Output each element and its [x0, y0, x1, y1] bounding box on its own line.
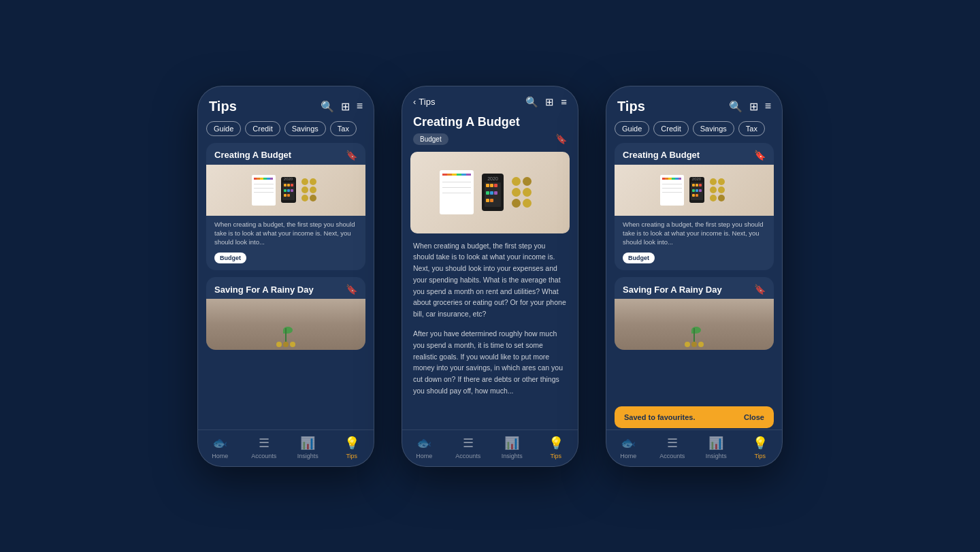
accounts-icon-1: ☰ [259, 436, 270, 451]
article-badge-1: Budget [214, 253, 246, 263]
article-image-3a: 2020 [615, 165, 774, 216]
coins-deco-3 [710, 178, 729, 201]
bottom-nav-3: 🐟 Home ☰ Accounts 📊 Insights 💡 Tips [606, 429, 782, 466]
nav-home-1[interactable]: 🐟 Home [198, 436, 242, 459]
search-icon-3[interactable]: 🔍 [729, 100, 742, 113]
bookmark-list-icon-2[interactable]: ⊞ [545, 96, 554, 108]
nav-accounts-3[interactable]: ☰ Accounts [651, 436, 695, 459]
phone-screen-large [485, 182, 501, 207]
article-text-1: When creating a budget, the first step y… [206, 216, 365, 251]
toast-text-3: Saved to favourites. [624, 413, 696, 421]
coins-pile [276, 342, 295, 347]
tips-icon-3: 💡 [753, 436, 768, 451]
search-icon-2[interactable]: 🔍 [525, 96, 538, 108]
nav-accounts-label-2: Accounts [455, 453, 480, 459]
coins-pile-3 [685, 342, 704, 347]
nav-home-2[interactable]: 🐟 Home [402, 436, 446, 459]
article-card-header-3a: Creating A Budget 🔖 [615, 143, 774, 165]
nav-tips-label-1: Tips [346, 453, 357, 459]
accounts-icon-2: ☰ [463, 436, 474, 451]
detail-article-title-2: Creating A Budget [413, 115, 567, 129]
coins-decoration [301, 178, 321, 201]
plant-decoration [276, 327, 295, 347]
article-card-budget-3[interactable]: Creating A Budget 🔖 [615, 143, 774, 271]
bottom-nav-1: 🐟 Home ☰ Accounts 📊 Insights 💡 Tips [198, 429, 374, 466]
phone-2: ‹ Tips 🔍 ⊞ ≡ Creating A Budget Budget 🔖 [402, 86, 578, 467]
bookmark-icon-3a[interactable]: 🔖 [754, 150, 766, 161]
page-title-1: Tips [209, 99, 237, 114]
filter-savings-1[interactable]: Savings [284, 121, 326, 136]
plant-stem-3 [693, 328, 695, 342]
filter-guide-1[interactable]: Guide [206, 121, 241, 136]
article-card-header-2: Saving For A Rainy Day 🔖 [206, 277, 365, 299]
filter-tabs-1: Guide Credit Savings Tax [198, 121, 374, 143]
coins-deco-2 [512, 177, 540, 208]
nav-tips-2[interactable]: 💡 Tips [534, 436, 578, 459]
filter-tax-1[interactable]: Tax [330, 121, 357, 136]
plant-stem [285, 328, 287, 342]
nav-tips-label-2: Tips [550, 453, 561, 459]
filter-tabs-3: Guide Credit Savings Tax [606, 121, 782, 143]
filter-savings-3[interactable]: Savings [693, 121, 734, 136]
article-card-header-3b: Saving For A Rainy Day 🔖 [615, 277, 774, 299]
article-image-1: 2020 [206, 165, 365, 216]
article-title-2: Saving For A Rainy Day [214, 285, 314, 295]
rainy-image-1 [206, 299, 365, 350]
nav-insights-3[interactable]: 📊 Insights [694, 436, 738, 459]
notebook-deco-2 [440, 170, 474, 214]
bookmark-icon-2[interactable]: 🔖 [346, 284, 357, 295]
article-card-budget-1[interactable]: Creating A Budget 🔖 [206, 143, 365, 271]
insights-icon-2: 📊 [504, 436, 519, 451]
detail-header-icons-2: 🔍 ⊞ ≡ [525, 96, 567, 108]
header-1: Tips 🔍 ⊞ ≡ [198, 86, 374, 121]
nav-insights-label-2: Insights [502, 453, 523, 459]
article-card-rainy-1[interactable]: Saving For A Rainy Day 🔖 [206, 277, 365, 350]
article-list-3: Creating A Budget 🔖 [606, 143, 782, 429]
back-button-2[interactable]: ‹ Tips [413, 97, 435, 107]
menu-icon-2[interactable]: ≡ [561, 96, 567, 108]
nav-insights-label-1: Insights [297, 453, 318, 459]
filter-guide-3[interactable]: Guide [615, 121, 649, 136]
article-image-2 [206, 299, 365, 350]
insights-icon-1: 📊 [300, 436, 315, 451]
nav-tips-1[interactable]: 💡 Tips [330, 436, 374, 459]
nav-insights-2[interactable]: 📊 Insights [490, 436, 534, 459]
bookmark-icon-3b[interactable]: 🔖 [754, 284, 766, 295]
header-icons-3: 🔍 ⊞ ≡ [729, 100, 771, 113]
budget-image-3: 2020 [615, 165, 774, 216]
nav-home-3[interactable]: 🐟 Home [606, 436, 651, 459]
phone-screen-3 [691, 182, 703, 200]
saved-toast-3: Saved to favourites. Close [615, 406, 774, 428]
toast-close-button-3[interactable]: Close [744, 413, 764, 421]
bookmark-icon-1[interactable]: 🔖 [346, 150, 357, 161]
menu-icon-1[interactable]: ≡ [357, 100, 363, 112]
nav-tips-3[interactable]: 💡 Tips [738, 436, 783, 459]
phone-deco-2: 2020 [482, 174, 504, 211]
article-card-rainy-3[interactable]: Saving For A Rainy Day 🔖 [615, 277, 774, 350]
menu-icon-3[interactable]: ≡ [765, 100, 771, 112]
bookmark-list-icon-1[interactable]: ⊞ [341, 100, 350, 113]
page-title-3: Tips [617, 99, 645, 114]
filter-tax-3[interactable]: Tax [738, 121, 765, 136]
article-list-1: Creating A Budget 🔖 [198, 143, 374, 429]
filter-credit-1[interactable]: Credit [245, 121, 280, 136]
nav-accounts-label-3: Accounts [659, 453, 685, 459]
rainy-image-3 [615, 299, 774, 350]
detail-bookmark-2[interactable]: 🔖 [555, 133, 567, 144]
nav-accounts-2[interactable]: ☰ Accounts [446, 436, 491, 459]
phone-decoration: 2020 [281, 177, 296, 203]
article-badge-3a: Budget [623, 253, 655, 263]
filter-credit-3[interactable]: Credit [653, 121, 688, 136]
bookmark-list-icon-3[interactable]: ⊞ [749, 100, 758, 113]
nav-home-label-1: Home [212, 453, 228, 459]
phone-deco-3: 2020 [689, 177, 704, 203]
header-3: Tips 🔍 ⊞ ≡ [606, 86, 782, 121]
nav-insights-1[interactable]: 📊 Insights [286, 436, 330, 459]
nav-insights-label-3: Insights [706, 453, 727, 459]
back-row-2: ‹ Tips 🔍 ⊞ ≡ [413, 96, 567, 108]
home-icon-3: 🐟 [621, 436, 636, 451]
accounts-icon-3: ☰ [667, 436, 678, 451]
search-icon-1[interactable]: 🔍 [321, 100, 334, 113]
rainbow-2 [442, 174, 471, 176]
nav-accounts-1[interactable]: ☰ Accounts [242, 436, 287, 459]
